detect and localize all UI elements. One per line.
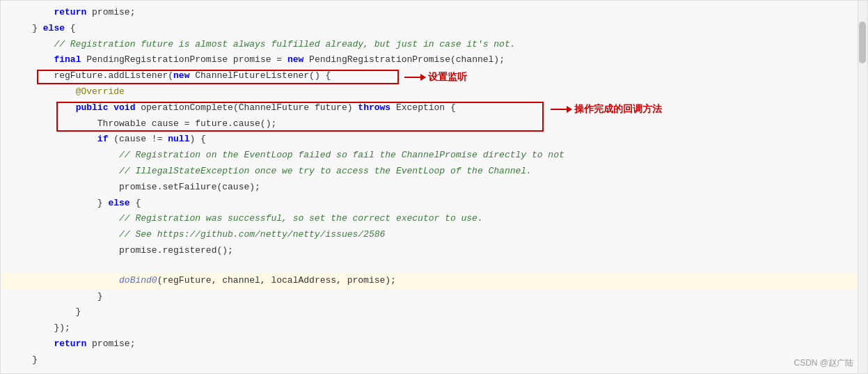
code-line: final PendingRegistrationPromise promise… bbox=[1, 52, 867, 68]
line-content: } else { bbox=[1, 22, 867, 36]
label-set-listener: 设置监听 bbox=[428, 71, 467, 84]
line-content: @Override bbox=[1, 85, 867, 100]
code-line: // Registration on the EventLoop failed … bbox=[1, 148, 867, 164]
line-content: promise.registered(); bbox=[1, 244, 867, 258]
watermark: CSDN @赵广陆 bbox=[794, 357, 853, 369]
code-line: public void operationComplete(ChannelFut… bbox=[1, 100, 867, 116]
code-line: // See https://github.com/netty/netty/is… bbox=[1, 227, 867, 243]
code-line: } bbox=[1, 289, 867, 305]
arrow-set-listener bbox=[404, 77, 425, 78]
code-line: doBind0(regFuture, channel, localAddress… bbox=[1, 273, 867, 289]
line-content: Throwable cause = future.cause(); bbox=[1, 117, 867, 132]
code-line bbox=[1, 259, 867, 273]
code-line: } else { bbox=[1, 21, 867, 37]
label-callback: 操作完成的回调方法 bbox=[574, 103, 662, 116]
line-content: return promise; bbox=[1, 337, 867, 352]
code-line: if (cause != null) { bbox=[1, 132, 867, 148]
code-line: // Registration was successful, so set t… bbox=[1, 211, 867, 227]
line-content: doBind0(regFuture, channel, localAddress… bbox=[1, 274, 867, 288]
line-content: }); bbox=[1, 321, 867, 336]
code-line: }); bbox=[1, 320, 867, 336]
scrollbar-vertical[interactable] bbox=[858, 1, 867, 373]
code-line: promise.setFailure(cause); bbox=[1, 180, 867, 196]
code-line: Throwable cause = future.cause(); bbox=[1, 116, 867, 132]
code-line: } bbox=[1, 352, 867, 368]
line-content: } bbox=[1, 353, 867, 368]
line-content: if (cause != null) { bbox=[1, 132, 867, 147]
annotation-callback: 操作完成的回调方法 bbox=[551, 103, 662, 116]
code-line: // Registration future is almost always … bbox=[1, 37, 867, 53]
code-block: return promise; } else { // Registration… bbox=[1, 1, 867, 373]
arrow-callback bbox=[551, 109, 571, 110]
line-content: // Registration was successful, so set t… bbox=[1, 212, 867, 226]
annotation-set-listener: 设置监听 bbox=[404, 71, 467, 84]
code-line: } bbox=[1, 304, 867, 320]
code-container: return promise; } else { // Registration… bbox=[0, 0, 868, 374]
code-line: return promise; bbox=[1, 5, 867, 21]
code-line: promise.registered(); bbox=[1, 243, 867, 259]
line-content: final PendingRegistrationPromise promise… bbox=[1, 53, 867, 68]
line-content: // Registration future is almost always … bbox=[1, 38, 867, 52]
line-content: return promise; bbox=[1, 6, 867, 20]
code-line: @Override bbox=[1, 84, 867, 100]
line-content: public void operationComplete(ChannelFut… bbox=[1, 101, 867, 116]
line-content: } bbox=[1, 305, 867, 320]
code-line: // IllegalStateException once we try to … bbox=[1, 164, 867, 180]
code-line: } else { bbox=[1, 196, 867, 212]
line-content: } else { bbox=[1, 196, 867, 211]
line-content: // See https://github.com/netty/netty/is… bbox=[1, 228, 867, 242]
scrollbar-thumb[interactable] bbox=[859, 22, 866, 63]
line-content: // IllegalStateException once we try to … bbox=[1, 164, 867, 179]
line-content: // Registration on the EventLoop failed … bbox=[1, 148, 867, 163]
code-line: return promise; bbox=[1, 336, 867, 352]
line-content: } bbox=[1, 290, 867, 304]
line-content: promise.setFailure(cause); bbox=[1, 180, 867, 195]
